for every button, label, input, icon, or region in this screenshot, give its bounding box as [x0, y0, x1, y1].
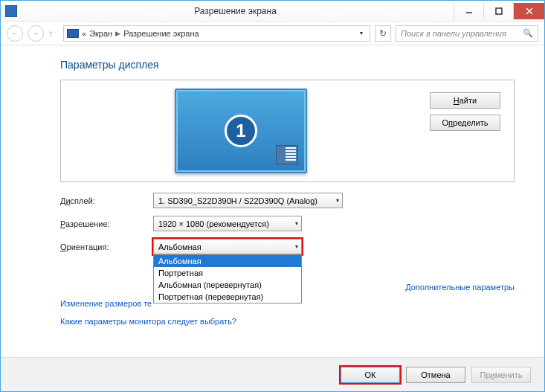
breadcrumb-item-screen[interactable]: Экран: [89, 29, 112, 38]
monitor-preview[interactable]: 1: [175, 89, 307, 173]
chevron-down-icon: ▾: [295, 220, 298, 227]
search-icon[interactable]: 🔍: [523, 28, 533, 38]
orientation-option-landscape[interactable]: Альбомная: [154, 255, 301, 267]
chevron-down-icon: ▾: [295, 243, 298, 250]
monitor-help-link[interactable]: Какие параметры монитора следует выбрать…: [60, 317, 236, 326]
row-resolution: Разрешение: 1920 × 1080 (рекомендуется) …: [60, 216, 515, 231]
resolution-combo[interactable]: 1920 × 1080 (рекомендуется) ▾: [153, 216, 302, 231]
orientation-option-portrait[interactable]: Портретная: [154, 267, 301, 279]
display-combo[interactable]: 1. SD390_S22D390H / S22D390Q (Analog) ▾: [153, 193, 343, 208]
orientation-highlight: Альбомная ▾ Альбомная Портретная Альбомн…: [153, 239, 302, 254]
chevron-right-icon: ▶: [115, 30, 120, 37]
display-value: 1. SD390_S22D390H / S22D390Q (Analog): [158, 196, 317, 205]
display-preview-box: 1 Найти Определить: [60, 80, 515, 182]
up-icon[interactable]: ↑: [48, 28, 53, 39]
label-resolution: Разрешение:: [60, 219, 153, 228]
cancel-button[interactable]: Отмена: [406, 367, 465, 383]
search-placeholder: Поиск в панели управления: [401, 29, 506, 38]
row-orientation: Ориентация: Альбомная ▾ Альбомная Портре…: [60, 239, 515, 254]
content-area: Параметры дисплея 1 Найти Определить Дис…: [1, 45, 544, 333]
chevron-down-icon[interactable]: ▾: [356, 30, 367, 36]
find-button[interactable]: Найти: [430, 92, 500, 109]
orientation-option-portrait-flipped[interactable]: Портретная (перевернутая): [154, 291, 301, 303]
back-button[interactable]: ←: [7, 25, 23, 42]
ok-button[interactable]: ОК: [341, 367, 400, 383]
close-button[interactable]: [513, 3, 544, 19]
advanced-settings-link[interactable]: Дополнительные параметры: [405, 283, 515, 292]
window-controls: [454, 3, 544, 19]
app-icon: [5, 5, 17, 17]
titlebar: Разрешение экрана: [1, 1, 544, 22]
search-input[interactable]: Поиск в панели управления 🔍: [396, 25, 538, 42]
page-title: Параметры дисплея: [60, 59, 515, 71]
orientation-dropdown: Альбомная Портретная Альбомная (переверн…: [153, 254, 302, 303]
apply-button: Применить: [471, 367, 531, 383]
orientation-option-landscape-flipped[interactable]: Альбомная (перевернутая): [154, 279, 301, 291]
breadcrumb-sep: «: [82, 29, 86, 38]
window-frame: Разрешение экрана ← → ↑ « Экран ▶ Разреш…: [0, 0, 545, 392]
monitor-calc-icon: [276, 145, 298, 164]
maximize-button[interactable]: [483, 3, 513, 19]
monitor-number-badge: 1: [225, 115, 257, 147]
find-label: айти: [459, 96, 477, 105]
orientation-value: Альбомная: [158, 242, 201, 251]
label-orientation: Ориентация:: [60, 242, 153, 251]
display-icon: [67, 29, 79, 38]
svg-rect-1: [496, 8, 502, 14]
breadcrumb-item-resolution[interactable]: Разрешение экрана: [123, 29, 199, 38]
preview-side-buttons: Найти Определить: [430, 92, 500, 131]
label-display: Дисплей:: [60, 196, 153, 205]
monitor-preview-wrap: 1: [74, 89, 407, 173]
window-title: Разрешение экрана: [17, 6, 454, 16]
breadcrumb[interactable]: « Экран ▶ Разрешение экрана ▾: [63, 25, 370, 42]
chevron-down-icon: ▾: [336, 197, 339, 204]
minimize-button[interactable]: [454, 3, 483, 19]
dialog-footer: ОК Отмена Применить: [1, 357, 544, 391]
text-size-link[interactable]: Изменение размеров те: [60, 299, 152, 308]
resolution-value: 1920 × 1080 (рекомендуется): [158, 219, 269, 228]
orientation-combo[interactable]: Альбомная ▾: [153, 239, 302, 254]
refresh-button[interactable]: ↻: [375, 25, 391, 42]
row-display: Дисплей: 1. SD390_S22D390H / S22D390Q (A…: [60, 193, 515, 208]
identify-button[interactable]: Определить: [430, 115, 500, 131]
forward-button[interactable]: →: [28, 25, 44, 42]
toolbar: ← → ↑ « Экран ▶ Разрешение экрана ▾ ↻ По…: [1, 22, 544, 45]
